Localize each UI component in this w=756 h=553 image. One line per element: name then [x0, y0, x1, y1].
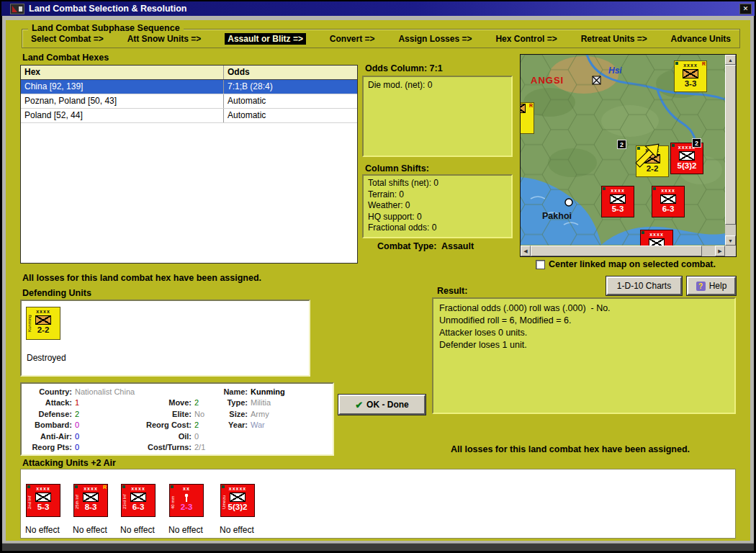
- table-row[interactable]: China [92, 139] 7:1;B (28:4): [21, 80, 357, 94]
- attacking-unit-counter[interactable]: xxxx 2nd Inf 5-3: [26, 484, 60, 517]
- table-row[interactable]: Poznan, Poland [50, 43] Automatic: [21, 94, 357, 109]
- land-combat-hexes-table: Hex Odds China [92, 139] 7:1;B (28:4) Po…: [20, 65, 358, 264]
- window-title: Land Combat Selection & Resolution: [29, 4, 186, 14]
- unit-effect: No effect: [120, 525, 155, 535]
- map-unit-militia-3-3[interactable]: R xxxx 3-3: [674, 60, 707, 92]
- unit-value: 5-3: [602, 204, 634, 215]
- unit-name: Kunming: [27, 313, 32, 332]
- defending-units-box: [20, 300, 310, 377]
- attacking-units-title: Attacking Units +2 Air: [22, 458, 116, 468]
- unit-effect: No effect: [25, 525, 60, 535]
- charts-button[interactable]: 1-D-10 Charts: [606, 276, 682, 295]
- attack-value: 1: [75, 397, 141, 408]
- infantry-symbol-icon: [130, 493, 146, 502]
- move-value: 2: [194, 397, 217, 408]
- bombard-label: Bombard:: [23, 420, 75, 431]
- infantry-symbol-icon: [610, 194, 626, 204]
- infantry-symbol-icon: [649, 238, 665, 246]
- year-label: Year:: [217, 420, 251, 431]
- step-retreat-units[interactable]: Retreat Units =>: [581, 34, 647, 44]
- scroll-left-button[interactable]: ◀: [521, 246, 531, 256]
- check-icon: ✔: [355, 400, 363, 410]
- center-map-checkbox[interactable]: [536, 260, 545, 269]
- column-header-hex[interactable]: Hex: [21, 66, 224, 79]
- step-hex-control[interactable]: Hex Control =>: [495, 34, 557, 44]
- unit-status: Destroyed: [27, 353, 66, 363]
- close-button[interactable]: ✕: [739, 4, 752, 14]
- map-river-label: Hsi: [608, 66, 622, 76]
- reorg-badge: R: [103, 485, 107, 490]
- attacking-unit-counter[interactable]: xx 40 mm 2-3: [169, 484, 204, 517]
- scroll-up-button[interactable]: ▲: [725, 55, 736, 65]
- status-dot: [672, 144, 675, 147]
- attacking-unit-counter[interactable]: xxxxx Umezu 5(3)2: [220, 484, 255, 517]
- step-att-snow-units[interactable]: Att Snow Units =>: [127, 34, 202, 44]
- step-assign-losses[interactable]: Assign Losses =>: [398, 34, 472, 44]
- step-select-combat[interactable]: Select Combat =>: [31, 34, 104, 44]
- unit-value: 3-3: [675, 78, 706, 89]
- help-button[interactable]: ? Help: [687, 276, 736, 295]
- map-horizontal-scrollbar[interactable]: ◀ ▶: [521, 246, 725, 256]
- reorg-cost-value: 2: [194, 420, 217, 431]
- unit-effect: No effect: [73, 525, 107, 535]
- map-unit-edge-partial[interactable]: R 2: [521, 102, 534, 134]
- size-value: Army: [251, 409, 331, 420]
- defending-unit-counter[interactable]: xxxx Kunming 2-2: [26, 307, 60, 340]
- combat-type: Combat Type: Assault: [377, 241, 474, 251]
- map-vertical-scrollbar[interactable]: ▲ ▼: [725, 55, 736, 246]
- unit-size-code: xxxx: [641, 231, 672, 238]
- odds-column-title: Odds Column: 7:1: [365, 63, 443, 73]
- map-unit-inf-5-3[interactable]: xxxx 5-3: [601, 186, 634, 217]
- attacking-unit-counter[interactable]: xxxx 23rd Inf 6-3: [121, 484, 156, 517]
- map-city-label: Pakhoi: [542, 211, 572, 221]
- elite-value: No: [194, 409, 217, 420]
- step-convert[interactable]: Convert =>: [330, 34, 375, 44]
- size-label: Size:: [217, 409, 251, 420]
- hex-cell: Poland [52, 44]: [21, 109, 224, 122]
- land-combat-hexes-title: Land Combat Hexes: [22, 53, 109, 63]
- country-value: Nationalist China: [75, 387, 217, 397]
- map-unit-partial-bottom[interactable]: xxxx: [640, 230, 673, 246]
- reorg-pts-label: Reorg Pts:: [23, 442, 75, 453]
- map-viewport[interactable]: ANGSI Hsi Pakhoi R xxxx 3-3 R 2 xxxxx: [521, 55, 725, 246]
- subphase-sequence-group: Land Combat Subphase Sequence Select Com…: [22, 29, 740, 48]
- help-button-label: Help: [709, 281, 727, 291]
- unit-value: 2: [521, 113, 534, 124]
- vertical-scroll-thumb[interactable]: [725, 65, 736, 225]
- status-dot: [122, 485, 125, 488]
- militia-symbol-icon: [521, 104, 526, 113]
- antiair-label: Anti-Air:: [23, 431, 75, 442]
- name-value: Kunming: [251, 387, 331, 397]
- table-row[interactable]: Poland [52, 44] Automatic: [21, 109, 357, 123]
- unit-info-panel: Country: Nationalist China Name: Kunming…: [20, 382, 334, 456]
- reorg-badge: R: [529, 103, 533, 108]
- result-panel: Fractional odds (.000) roll was (.000) -…: [432, 297, 736, 414]
- step-assault-or-blitz[interactable]: Assault or Blitz =>: [225, 33, 306, 45]
- unit-value: 6-3: [652, 204, 684, 215]
- hq-symbol-icon: [230, 493, 246, 502]
- horizontal-scroll-thumb[interactable]: [531, 246, 702, 256]
- combat-arrow-icon: [630, 135, 666, 171]
- column-header-odds[interactable]: Odds: [224, 66, 357, 79]
- result-title: Result:: [437, 286, 467, 296]
- defense-label: Defense:: [23, 409, 75, 420]
- infantry-symbol-icon: [660, 194, 676, 204]
- center-map-label: Center linked map on selected combat.: [549, 259, 716, 269]
- infantry-symbol-icon: [35, 493, 51, 502]
- oil-label: Oil:: [141, 431, 194, 442]
- map-unit-inf-6-3[interactable]: xxxx 6-3: [652, 186, 685, 217]
- step-advance-units[interactable]: Advance Units: [671, 34, 731, 44]
- type-value: Militia: [251, 397, 331, 408]
- ok-done-button[interactable]: ✔ OK - Done: [338, 395, 426, 415]
- stack-count-badge: 2: [692, 138, 701, 148]
- unit-name: 25th Inf: [75, 490, 80, 509]
- scroll-down-button[interactable]: ▼: [725, 235, 736, 246]
- column-shifts-title: Column Shifts:: [365, 163, 429, 174]
- odds-cell: Automatic: [224, 109, 357, 122]
- attacking-units-box: xxxx 2nd Inf 5-3 No effect R xxxx 25th I…: [20, 469, 736, 539]
- elite-label: Elite:: [141, 409, 194, 420]
- attacking-unit-counter[interactable]: R xxxx 25th Inf 8-3: [73, 484, 108, 517]
- scroll-right-button[interactable]: ▶: [715, 246, 725, 256]
- defense-value: 2: [75, 409, 141, 420]
- unit-size-code: xxxx: [602, 187, 634, 194]
